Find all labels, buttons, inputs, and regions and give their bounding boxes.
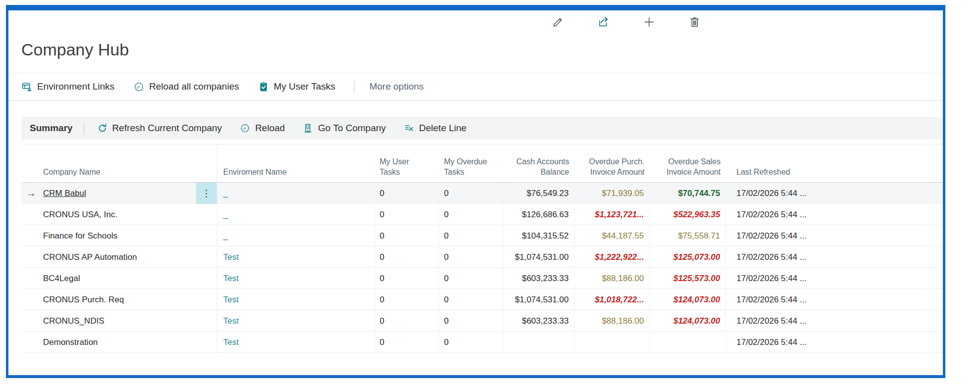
my-overdue-tasks-cell[interactable]: 0	[439, 246, 503, 268]
my-overdue-tasks-cell[interactable]: 0	[439, 268, 503, 289]
delete-button[interactable]	[684, 13, 705, 30]
overdue-sales-invoice-amount-cell[interactable]: $70,744.75	[650, 183, 726, 204]
my-user-tasks-cell[interactable]: 0	[376, 310, 439, 332]
environment-name-cell[interactable]: _	[217, 183, 376, 204]
overdue-purch-invoice-amount-cell[interactable]: $44,187.55	[575, 225, 650, 246]
cash-accounts-balance-cell[interactable]: $76,549.23	[503, 183, 575, 204]
environment-name-link[interactable]: _	[223, 189, 228, 198]
company-name-link[interactable]: CRONUS Purch. Req	[43, 295, 124, 305]
company-name-cell[interactable]: CRM Babul⋮	[41, 183, 217, 204]
environment-name-link[interactable]: Test	[223, 252, 239, 262]
overdue-purch-invoice-amount-cell[interactable]: $88,186.00	[575, 310, 650, 332]
column-header-purch[interactable]: Overdue Purch.Invoice Amount	[575, 144, 650, 182]
company-name-cell[interactable]: Demonstration	[41, 332, 217, 353]
company-name-cell[interactable]: Finance for Schools	[41, 225, 217, 246]
row-actions-menu-button[interactable]: ⋮	[196, 183, 217, 204]
my-user-tasks-cell[interactable]: 0	[376, 204, 439, 225]
overdue-purch-invoice-amount-cell[interactable]: $71,939.05	[575, 183, 650, 204]
company-name-link[interactable]: BC4Legal	[43, 274, 80, 284]
column-header-sales[interactable]: Overdue SalesInvoice Amount	[650, 144, 726, 182]
environment-name-cell[interactable]: Test	[217, 246, 376, 268]
my-overdue-tasks-cell[interactable]: 0	[439, 332, 503, 353]
environment-name-cell[interactable]: _	[217, 204, 376, 225]
overdue-purch-invoice-amount-cell[interactable]: $88,186.00	[575, 268, 650, 289]
overdue-purch-invoice-amount-cell[interactable]: $1,123,721...	[575, 204, 650, 225]
last-refreshed-cell[interactable]: 17/02/2026 5:44 ...	[726, 246, 943, 268]
column-header-cash[interactable]: Cash AccountsBalance	[503, 144, 575, 182]
my-overdue-tasks-cell[interactable]: 0	[439, 289, 503, 310]
environment-name-link[interactable]: Test	[223, 274, 239, 283]
edit-button[interactable]	[547, 13, 569, 30]
company-name-link[interactable]: CRONUS USA, Inc.	[43, 210, 117, 220]
environment-name-cell[interactable]: Test	[217, 289, 376, 310]
last-refreshed-cell[interactable]: 17/02/2026 5:44 ...	[726, 183, 943, 204]
my-overdue-tasks-cell[interactable]: 0	[439, 225, 503, 246]
overdue-sales-invoice-amount-cell[interactable]: $125,573.00	[650, 268, 726, 289]
last-refreshed-cell[interactable]: 17/02/2026 5:44 ...	[726, 310, 943, 332]
column-header-env[interactable]: Enviroment Name	[217, 144, 376, 182]
column-header-overdue[interactable]: My OverdueTasks	[439, 144, 503, 182]
my-user-tasks-cell[interactable]: 0	[376, 289, 439, 310]
column-header-user[interactable]: My UserTasks	[376, 144, 439, 182]
my-user-tasks-cell[interactable]: 0	[376, 246, 439, 268]
company-name-link[interactable]: CRONUS_NDIS	[43, 316, 104, 326]
company-name-cell[interactable]: CRONUS Purch. Req	[41, 289, 217, 310]
my-user-tasks-cell[interactable]: 0	[376, 268, 439, 289]
column-header-company[interactable]: Company Name	[41, 144, 217, 182]
company-name-cell[interactable]: CRONUS USA, Inc.	[41, 204, 217, 225]
my-user-tasks-cell[interactable]: 0	[376, 332, 439, 353]
cash-accounts-balance-cell[interactable]: $126,686.63	[503, 204, 575, 225]
environment-name-cell[interactable]: _	[217, 225, 376, 246]
overdue-sales-invoice-amount-cell[interactable]: $522,963.35	[650, 204, 726, 225]
company-name-link[interactable]: Finance for Schools	[43, 231, 117, 241]
action-environment-links[interactable]: Environment Links	[21, 81, 114, 93]
last-refreshed-cell[interactable]: 17/02/2026 5:44 ...	[726, 204, 943, 225]
environment-name-cell[interactable]: Test	[217, 268, 376, 289]
cash-accounts-balance-cell[interactable]: $104,315.52	[503, 225, 575, 246]
company-name-link[interactable]: CRM Babul	[43, 189, 86, 198]
add-button[interactable]	[638, 13, 660, 30]
environment-name-cell[interactable]: Test	[217, 310, 376, 332]
my-user-tasks-cell[interactable]: 0	[376, 183, 439, 204]
environment-name-link[interactable]: _	[223, 231, 228, 241]
action-reload-all-companies[interactable]: Reload all companies	[133, 81, 239, 93]
share-button[interactable]	[592, 13, 614, 30]
environment-name-cell[interactable]: Test	[217, 332, 376, 353]
overdue-purch-invoice-amount-cell[interactable]: $1,222,922...	[575, 246, 650, 268]
cash-accounts-balance-cell[interactable]	[503, 332, 575, 353]
cash-accounts-balance-cell[interactable]: $1,074,531.00	[503, 246, 575, 268]
environment-name-link[interactable]: _	[223, 210, 228, 219]
overdue-sales-invoice-amount-cell[interactable]	[650, 332, 726, 353]
summary-refresh-current-company[interactable]: Refresh Current Company	[97, 123, 222, 134]
summary-go-to-company[interactable]: Go To Company	[303, 123, 386, 134]
environment-name-link[interactable]: Test	[223, 295, 239, 304]
overdue-sales-invoice-amount-cell[interactable]: $75,558.71	[650, 225, 726, 246]
overdue-purch-invoice-amount-cell[interactable]	[575, 332, 650, 353]
last-refreshed-cell[interactable]: 17/02/2026 5:44 ...	[726, 225, 943, 246]
my-overdue-tasks-cell[interactable]: 0	[439, 204, 503, 225]
column-header-refreshed[interactable]: Last Refreshed	[726, 144, 943, 182]
environment-name-link[interactable]: Test	[223, 337, 239, 347]
company-name-cell[interactable]: CRONUS AP Automation	[41, 246, 217, 268]
overdue-purch-invoice-amount-cell[interactable]: $1,018,722...	[575, 289, 650, 310]
company-name-link[interactable]: Demonstration	[43, 337, 98, 347]
last-refreshed-cell[interactable]: 17/02/2026 5:44 ...	[726, 268, 943, 289]
cash-accounts-balance-cell[interactable]: $1,074,531.00	[503, 289, 575, 310]
company-name-cell[interactable]: CRONUS_NDIS	[41, 310, 217, 332]
my-overdue-tasks-cell[interactable]: 0	[439, 310, 503, 332]
overdue-sales-invoice-amount-cell[interactable]: $124,073.00	[650, 289, 726, 310]
overdue-sales-invoice-amount-cell[interactable]: $125,073.00	[650, 246, 726, 268]
summary-delete-line[interactable]: Delete Line	[404, 123, 467, 134]
cash-accounts-balance-cell[interactable]: $603,233.33	[503, 310, 575, 332]
my-overdue-tasks-cell[interactable]: 0	[439, 183, 503, 204]
environment-name-link[interactable]: Test	[223, 316, 239, 326]
my-user-tasks-cell[interactable]: 0	[376, 225, 439, 246]
company-name-link[interactable]: CRONUS AP Automation	[43, 252, 137, 262]
more-options-button[interactable]: More options	[369, 81, 424, 92]
cash-accounts-balance-cell[interactable]: $603,233.33	[503, 268, 575, 289]
overdue-sales-invoice-amount-cell[interactable]: $124,073.00	[650, 310, 726, 332]
action-my-user-tasks[interactable]: My User Tasks	[258, 81, 335, 93]
last-refreshed-cell[interactable]: 17/02/2026 5:44 ...	[726, 332, 943, 353]
company-name-cell[interactable]: BC4Legal	[41, 268, 217, 289]
last-refreshed-cell[interactable]: 17/02/2026 5:44 ...	[726, 289, 943, 310]
